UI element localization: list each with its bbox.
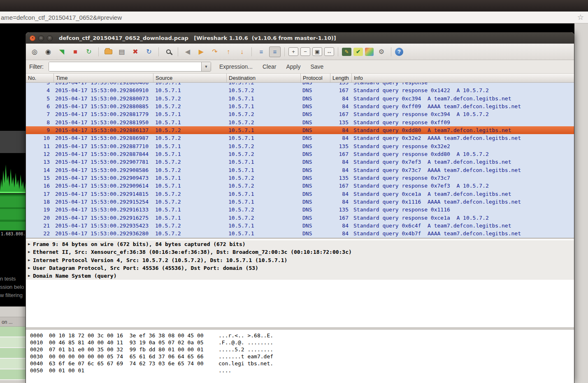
cell-info: Standard query response (352, 83, 574, 86)
filter-input[interactable] (49, 62, 201, 71)
column-length[interactable]: Length (330, 74, 352, 82)
expander-icon[interactable]: ▶ (28, 264, 33, 272)
cell-source: 10.5.7.2 (153, 198, 227, 206)
capture-stop-icon[interactable]: ■ (70, 46, 81, 57)
detail-row[interactable]: ▶Ethernet II, Src: Xensourc_ef:36:38 (00… (26, 248, 574, 256)
cell-source: 10.5.7.1 (153, 86, 227, 94)
zoom-100-icon[interactable]: ▣ (312, 47, 322, 56)
packet-row[interactable]: 3 2015-04-17 15:53:00.292860406 10.5.7.1… (26, 83, 574, 86)
packet-row[interactable]: 12 2015-04-17 15:53:00.292887844 10.5.7.… (26, 150, 574, 158)
cell-info: Standard query 0x6c4f A team7.defcon.leg… (352, 222, 574, 230)
go-forward-icon[interactable]: ▶ (195, 46, 207, 57)
colorize-list-icon[interactable]: ≡ (256, 46, 267, 57)
packet-row[interactable]: 8 2015-04-17 15:53:00.292881950 10.5.7.1… (26, 118, 574, 126)
cell-source: 10.5.7.2 (153, 102, 227, 110)
capture-start-icon[interactable]: ◥ (56, 46, 67, 57)
capture-interfaces-icon[interactable]: ◎ (29, 46, 40, 57)
apply-button[interactable]: Apply (284, 62, 303, 71)
column-time[interactable]: Time (54, 74, 153, 82)
zoom-in-icon[interactable]: + (288, 47, 298, 56)
cell-length: 135 (330, 118, 352, 126)
preferences-icon[interactable]: ⚙ (376, 46, 387, 57)
help-icon[interactable]: ? (395, 48, 403, 56)
packet-row[interactable]: 5 2015-04-17 15:53:00.292880073 10.5.7.2… (26, 95, 574, 102)
window-titlebar[interactable]: ✕ – ▫ defcon_ctf_20150417_0652_download.… (26, 32, 574, 44)
packet-row[interactable]: 13 2015-04-17 15:53:00.292907781 10.5.7.… (26, 158, 574, 166)
go-back-icon[interactable]: ◀ (182, 46, 193, 57)
detail-row[interactable]: ▶Frame 9: 84 bytes on wire (672 bits), 8… (26, 240, 574, 248)
capture-restart-icon[interactable]: ↻ (83, 46, 95, 57)
expander-icon[interactable]: ▶ (28, 240, 33, 248)
window-close-button[interactable]: ✕ (30, 35, 35, 41)
packet-row[interactable]: 15 2015-04-17 15:53:00.292909473 10.5.7.… (26, 174, 574, 182)
window-maximize-button[interactable]: ▫ (47, 35, 53, 41)
save-button[interactable]: Save (308, 62, 326, 71)
cell-source: 10.5.7.2 (153, 166, 227, 174)
expander-icon[interactable]: ▶ (28, 272, 33, 280)
expander-icon[interactable]: ▶ (28, 256, 33, 264)
packet-row[interactable]: 10 2015-04-17 15:53:00.292886987 10.5.7.… (26, 134, 574, 142)
hex-row[interactable]: 003000 00 00 00 00 00 05 74 65 61 6d 37 … (30, 353, 574, 360)
file-close-icon[interactable]: ✖ (130, 46, 141, 57)
cell-time: 2015-04-17 15:53:00.292907781 (54, 158, 153, 166)
clear-button[interactable]: Clear (260, 62, 279, 71)
packet-row[interactable]: 22 2015-04-17 15:53:00.292936280 10.5.7.… (26, 230, 574, 237)
cell-no: 14 (26, 166, 54, 174)
packet-row[interactable]: 19 2015-04-17 15:53:00.292916133 10.5.7.… (26, 206, 574, 214)
window-minimize-button[interactable]: – (38, 35, 44, 41)
packet-row[interactable]: 9 2015-04-17 15:53:00.292886137 10.5.7.2… (26, 126, 574, 134)
column-no[interactable]: No. (26, 74, 54, 82)
cell-source: 10.5.7.1 (153, 118, 227, 126)
expression-button[interactable]: Expression... (217, 62, 255, 71)
cell-protocol: DNS (301, 182, 330, 190)
detail-row[interactable]: ▶User Datagram Protocol, Src Port: 45536… (26, 264, 574, 272)
packet-row[interactable]: 14 2015-04-17 15:53:00.292908586 10.5.7.… (26, 166, 574, 174)
packet-row[interactable]: 6 2015-04-17 15:53:00.292880885 10.5.7.2… (26, 102, 574, 110)
expander-icon[interactable]: ▶ (28, 248, 33, 256)
packet-row[interactable]: 21 2015-04-17 15:53:00.292935423 10.5.7.… (26, 222, 574, 230)
hex-row[interactable]: 002007 01 b1 e0 00 35 00 32 99 fb dd 80 … (30, 346, 574, 353)
packet-row[interactable]: 17 2015-04-17 15:53:00.292914815 10.5.7.… (26, 190, 574, 198)
coloring-rules-icon[interactable] (365, 48, 374, 56)
capture-options-icon[interactable]: ◉ (42, 46, 54, 57)
go-to-bottom-icon[interactable]: ↓ (236, 46, 248, 57)
find-packet-icon[interactable] (163, 46, 174, 57)
packet-row[interactable]: 4 2015-04-17 15:53:00.292860910 10.5.7.1… (26, 86, 574, 94)
file-save-icon[interactable]: ▤ (116, 46, 128, 57)
go-to-packet-icon[interactable]: ↷ (209, 46, 221, 57)
zoom-out-icon[interactable]: − (300, 47, 310, 56)
detail-row[interactable]: ▶Internet Protocol Version 4, Src: 10.5.… (26, 256, 574, 264)
column-info[interactable]: Info (352, 74, 574, 82)
cell-info: Standard query 0x1116 AAAA team7.defcon.… (352, 198, 574, 206)
filter-dropdown-button[interactable]: ▼ (201, 62, 211, 71)
auto-scroll-icon[interactable]: ≡ (269, 46, 281, 57)
cell-no: 8 (26, 118, 54, 126)
column-protocol[interactable]: Protocol (301, 74, 330, 82)
packet-row[interactable]: 7 2015-04-17 15:53:00.292881779 10.5.7.1… (26, 110, 574, 118)
bookmark-star-icon[interactable]: ☆ (573, 13, 588, 22)
address-text[interactable]: ame=defcon_ctf_20150417_0652&#preview (0, 14, 573, 21)
go-to-top-icon[interactable]: ↑ (223, 46, 234, 57)
column-source[interactable]: Source (153, 74, 227, 82)
resize-columns-icon[interactable]: ↔ (324, 47, 334, 56)
column-destination[interactable]: Destination (227, 74, 301, 82)
browser-address-bar[interactable]: ame=defcon_ctf_20150417_0652&#preview ☆ (0, 12, 588, 23)
hex-row[interactable]: 001000 46 85 81 40 00 40 11 93 19 0a 05 … (30, 339, 574, 346)
file-open-icon[interactable] (102, 46, 114, 57)
hex-offset: 0050 (30, 367, 49, 374)
hex-row[interactable]: 005000 01 00 01.... (30, 367, 574, 374)
capture-filter-icon[interactable]: ✎ (342, 48, 351, 56)
packet-row[interactable]: 20 2015-04-17 15:53:00.292916275 10.5.7.… (26, 214, 574, 222)
cell-source: 10.5.7.2 (153, 222, 227, 230)
detail-row[interactable]: ▶Domain Name System (query) (26, 272, 574, 280)
packet-row[interactable]: 11 2015-04-17 15:53:00.292887710 10.5.7.… (26, 142, 574, 150)
hex-offset: 0040 (30, 360, 49, 367)
display-filter-icon[interactable]: ✔ (353, 48, 363, 56)
cell-no: 20 (26, 214, 54, 222)
packet-list-header: No. Time Source Destination Protocol Len… (26, 74, 574, 83)
hex-row[interactable]: 000000 10 18 72 00 3c 00 16 3e ef 36 38 … (30, 332, 574, 339)
packet-row[interactable]: 16 2015-04-17 15:53:00.292909614 10.5.7.… (26, 182, 574, 190)
packet-row[interactable]: 18 2015-04-17 15:53:00.292915254 10.5.7.… (26, 198, 574, 206)
reload-icon[interactable]: ↻ (143, 46, 155, 57)
hex-row[interactable]: 004063 6f 6e 07 6c 65 67 69 74 62 73 03 … (30, 360, 574, 367)
